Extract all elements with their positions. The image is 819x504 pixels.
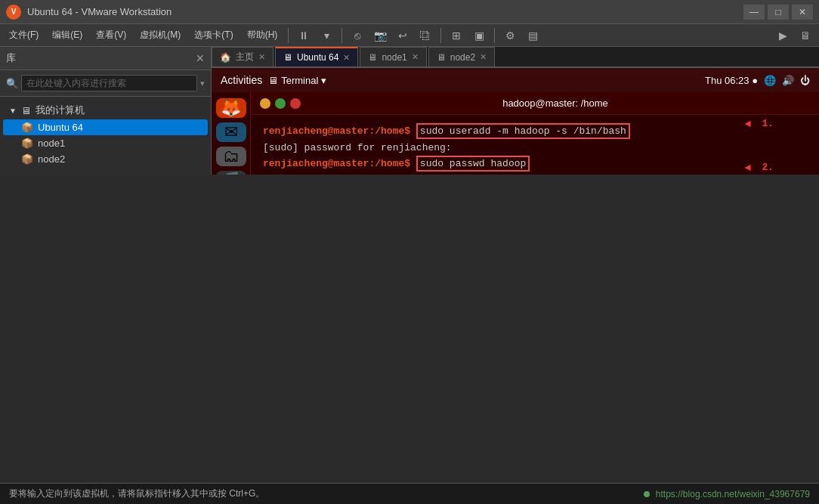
vm-label-node2: node2	[38, 153, 65, 165]
terminal-menu-icon: 🖥	[268, 75, 278, 86]
send-ctrl-alt-del[interactable]: ⎋	[347, 26, 368, 45]
sidebar-title: 库	[6, 51, 16, 65]
search-dropdown-icon[interactable]: ▾	[200, 79, 205, 88]
terminal-window-controls	[260, 98, 301, 109]
home-icon: 🏠	[220, 52, 231, 63]
ubuntu-clock: Thu 06:23 ●	[705, 75, 758, 86]
dock-music[interactable]: 🎵	[216, 171, 246, 175]
tab-home-close[interactable]: ✕	[258, 52, 265, 62]
tab-ubuntu64-close[interactable]: ✕	[343, 53, 350, 63]
expand-icon: ▼	[9, 107, 17, 115]
status-bar: 要将输入定向到该虚拟机，请将鼠标指针移入其中或按 Ctrl+G。 https:/…	[0, 483, 819, 504]
toolbar-dropdown[interactable]: ▾	[316, 26, 337, 45]
more-btn[interactable]: ▤	[522, 26, 543, 45]
status-indicator	[644, 491, 650, 497]
terminal-maximize-btn[interactable]	[275, 98, 286, 109]
ubuntu-top-bar: Activities 🖥 Terminal ▾ Thu 06:23 ● 🌐 🔊 …	[212, 68, 819, 92]
separator3	[440, 28, 441, 43]
sidebar: 库 ✕ 🔍 ▾ ▼ 🖥 我的计算机 📦 Ubuntu 64 📦	[0, 47, 212, 175]
tab-node1-close[interactable]: ✕	[412, 52, 419, 62]
menu-view[interactable]: 查看(V)	[90, 26, 132, 45]
terminal-minimize-btn[interactable]	[260, 98, 270, 109]
clone-button[interactable]: ⿻	[415, 26, 436, 45]
tab-node1-label: node1	[382, 52, 406, 63]
tab-home-label: 主页	[236, 51, 254, 63]
terminal-menu-label: Terminal	[281, 75, 318, 86]
tree-item-node1[interactable]: 📦 node1	[3, 135, 208, 151]
dock-firefox[interactable]: 🦊	[216, 98, 246, 118]
app-icon: V	[6, 5, 21, 20]
my-computer-label: 我的计算机	[36, 104, 85, 117]
remote-btn[interactable]: 🖥	[795, 26, 816, 45]
tab-node1[interactable]: 🖥 node1 ✕	[360, 47, 426, 66]
menu-file[interactable]: 文件(F)	[3, 26, 45, 45]
terminal-menu-arrow: ▾	[321, 75, 326, 86]
menu-vm[interactable]: 虚拟机(M)	[134, 26, 187, 45]
vm-icon-node2: 📦	[21, 153, 33, 165]
tab-home[interactable]: 🏠 主页 ✕	[212, 47, 274, 66]
sidebar-tree: ▼ 🖥 我的计算机 📦 Ubuntu 64 📦 node1 📦 node2	[0, 97, 211, 175]
tab-ubuntu64-label: Ubuntu 64	[297, 52, 338, 63]
vm-label-node1: node1	[38, 138, 65, 149]
separator2	[342, 28, 342, 43]
search-icon: 🔍	[6, 78, 18, 89]
terminal-title: hadoop@master: /home	[301, 97, 810, 109]
terminal-title-bar: hadoop@master: /home	[251, 92, 819, 115]
tab-node2[interactable]: 🖥 node2 ✕	[428, 47, 495, 66]
tree-item-ubuntu64[interactable]: 📦 Ubuntu 64	[3, 119, 208, 135]
prompt-2: renjiacheng@master:/home$	[263, 158, 410, 169]
menu-edit[interactable]: 编辑(E)	[46, 26, 88, 45]
tree-item-my-computer[interactable]: ▼ 🖥 我的计算机	[3, 101, 208, 119]
window-title: Ubuntu 64 - VMware Workstation	[27, 6, 737, 17]
content-area: 库 ✕ 🔍 ▾ ▼ 🖥 我的计算机 📦 Ubuntu 64 📦	[0, 47, 819, 175]
ubuntu-tab-icon: 🖥	[283, 52, 292, 63]
revert-button[interactable]: ↩	[392, 26, 413, 45]
terminal-line-2: [sudo] password for renjiacheng:	[263, 141, 807, 156]
ubuntu-desktop[interactable]: Activities 🖥 Terminal ▾ Thu 06:23 ● 🌐 🔊 …	[212, 68, 819, 175]
sudo-password-prompt: [sudo] password for renjiacheng:	[263, 142, 452, 153]
title-bar: V Ubuntu 64 - VMware Workstation — □ ✕	[0, 0, 819, 24]
tab-ubuntu64[interactable]: 🖥 Ubuntu 64 ✕	[275, 47, 358, 66]
node1-tab-icon: 🖥	[368, 52, 377, 63]
terminal-content[interactable]: renjiacheng@master:/home$ sudo useradd -…	[251, 115, 819, 175]
tab-node2-close[interactable]: ✕	[480, 52, 487, 62]
sidebar-header: 库 ✕	[0, 47, 211, 70]
pause-button[interactable]: ⏸	[293, 26, 314, 45]
status-link[interactable]: https://blog.csdn.net/weixin_43967679	[656, 489, 810, 499]
tree-item-node2[interactable]: 📦 node2	[3, 151, 208, 167]
menu-help[interactable]: 帮助(H)	[241, 26, 284, 45]
cmd-passwd: sudo passwd hadoop	[416, 156, 530, 172]
dock-email[interactable]: ✉	[216, 122, 246, 142]
vm-icon-ubuntu: 📦	[21, 122, 33, 133]
sidebar-close-button[interactable]: ✕	[196, 52, 205, 64]
tab-node2-label: node2	[450, 52, 475, 63]
full-screen[interactable]: ⊞	[446, 26, 467, 45]
menu-tabs[interactable]: 选项卡(T)	[188, 26, 239, 45]
right-panel: 🏠 主页 ✕ 🖥 Ubuntu 64 ✕ 🖥 node1 ✕ 🖥 node2 ✕	[212, 47, 819, 175]
search-input[interactable]	[21, 75, 197, 91]
my-computer-section: ▼ 🖥 我的计算机 📦 Ubuntu 64 📦 node1 📦 node2	[3, 101, 208, 167]
node2-tab-icon: 🖥	[437, 52, 446, 63]
dock-files[interactable]: 🗂	[216, 147, 246, 166]
separator	[288, 28, 289, 43]
terminal-menu[interactable]: 🖥 Terminal ▾	[268, 75, 326, 86]
vm-icon-node1: 📦	[21, 138, 33, 149]
close-button[interactable]: ✕	[792, 5, 813, 20]
unity-mode[interactable]: ▣	[468, 26, 490, 45]
status-text: 要将输入定向到该虚拟机，请将鼠标指针移入其中或按 Ctrl+G。	[9, 487, 638, 500]
console-btn[interactable]: ▶	[772, 26, 793, 45]
activities-label[interactable]: Activities	[221, 74, 262, 86]
snapshot-button[interactable]: 📷	[369, 26, 391, 45]
settings-btn[interactable]: ⚙	[499, 26, 521, 45]
network-icon: 🌐	[764, 75, 776, 86]
terminal-line-1: renjiacheng@master:/home$ sudo useradd -…	[263, 124, 807, 139]
minimize-button[interactable]: —	[743, 5, 765, 20]
vm-label-ubuntu64: Ubuntu 64	[38, 122, 83, 133]
sidebar-search-container: 🔍 ▾	[0, 70, 211, 97]
menu-bar: 文件(F) 编辑(E) 查看(V) 虚拟机(M) 选项卡(T) 帮助(H) ⏸ …	[0, 24, 819, 47]
ubuntu-top-bar-right: 🌐 🔊 ⏻	[764, 75, 810, 86]
terminal-line-4: Enter new UNIX password:	[263, 173, 807, 175]
maximize-button[interactable]: □	[768, 5, 789, 20]
terminal-line-3: renjiacheng@master:/home$ sudo passwd ha…	[263, 156, 807, 172]
terminal-close-btn[interactable]	[290, 98, 301, 109]
